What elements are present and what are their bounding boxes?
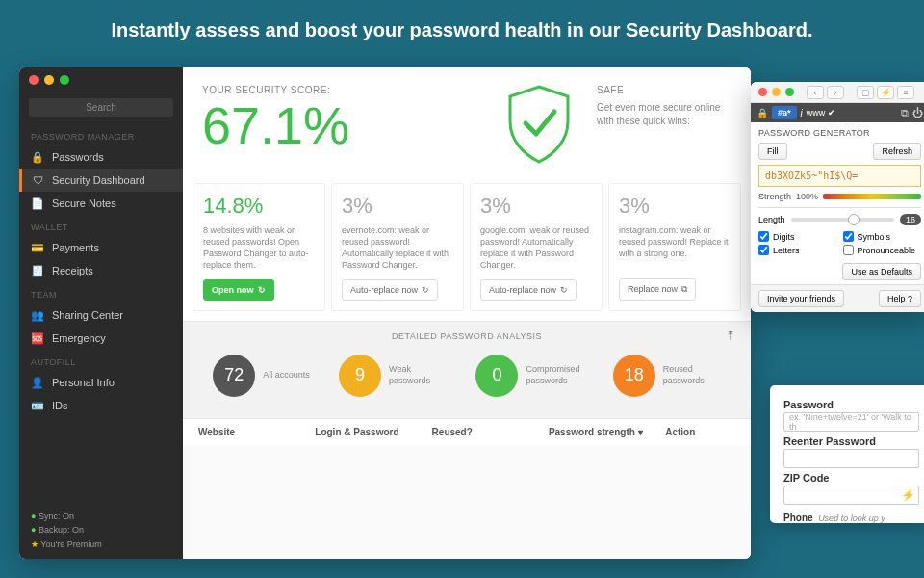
tab-generator[interactable]: #a* <box>772 106 797 119</box>
label-phone: Phone <box>783 512 813 523</box>
generator-window: ‹ › ▢ ⚡ ≡ 🔒 #a* i www ✔ ⧉ ⏻ PASSWORD GEN… <box>751 82 924 312</box>
analysis-panel: DETAILED PASSWORD ANALYSIS ⤒ 72All accou… <box>183 321 751 418</box>
refresh-button[interactable]: Refresh <box>873 143 921 160</box>
popout-icon[interactable]: ⧉ <box>901 107 909 119</box>
safe-text: Get even more secure online with these q… <box>597 101 732 128</box>
score-label: YOUR SECURITY SCORE: <box>202 85 491 95</box>
sidebar-item-ids[interactable]: 🪪IDs <box>19 394 183 417</box>
sidebar-item-label: Personal Info <box>52 377 115 388</box>
bolt-icon[interactable]: ⚡ <box>877 86 894 99</box>
search-input[interactable]: Search <box>29 98 173 117</box>
col-reused[interactable]: Reused? <box>432 427 549 437</box>
circle-value: 72 <box>213 355 255 397</box>
sidebar-item-label: Passwords <box>52 151 104 163</box>
id-icon: 🪪 <box>31 399 44 412</box>
safe-label: SAFE <box>597 85 732 95</box>
close-icon[interactable] <box>29 75 38 85</box>
shield-icon: 🛡 <box>31 173 44 187</box>
tab-info[interactable]: i <box>801 108 803 118</box>
zoom-icon[interactable] <box>60 75 69 85</box>
menu-icon[interactable]: ≡ <box>897 86 914 99</box>
zoom-icon[interactable] <box>785 88 794 96</box>
quick-win-cards: 14.8% 8 websites with weak or reused pas… <box>183 177 751 321</box>
section-header: WALLET <box>19 215 183 236</box>
open-now-button[interactable]: Open now <box>203 279 274 301</box>
circle-weak[interactable]: 9Weak passwords <box>339 355 447 397</box>
circle-compromised[interactable]: 0Compromised passwords <box>475 355 583 397</box>
length-slider[interactable] <box>791 218 894 222</box>
opt-digits[interactable]: Digits <box>758 231 837 242</box>
minimize-icon[interactable] <box>772 88 781 96</box>
minimize-icon[interactable] <box>44 75 54 85</box>
circle-reused[interactable]: 18Reused passwords <box>613 355 721 397</box>
sidebar-item-label: Payments <box>52 242 99 253</box>
score-row: YOUR SECURITY SCORE: 67.1% SAFE Get even… <box>183 67 751 177</box>
window-traffic-lights[interactable] <box>29 75 69 85</box>
opt-letters[interactable]: Letters <box>758 245 837 255</box>
status-premium: You're Premium <box>40 539 101 549</box>
generator-body: PASSWORD GENERATOR Fill Refresh db3XOZk5… <box>751 122 924 284</box>
help-icon: ? <box>908 294 912 303</box>
circle-all-accounts[interactable]: 72All accounts <box>213 355 310 397</box>
label-reenter: Reenter Password <box>783 435 919 447</box>
sidebar-item-payments[interactable]: 💳Payments <box>19 236 183 259</box>
auto-replace-button[interactable]: Auto-replace now <box>480 279 577 301</box>
label-password: Password <box>783 399 919 410</box>
back-icon[interactable]: ‹ <box>807 86 824 99</box>
opt-symbols[interactable]: Symbols <box>843 231 922 242</box>
card-percent: 14.8% <box>203 194 315 219</box>
app-window: Search PASSWORD MANAGER 🔒Passwords 🛡Secu… <box>19 67 751 559</box>
input-reenter[interactable] <box>783 449 919 468</box>
sidebar-item-secure-notes[interactable]: 📄Secure Notes <box>19 192 183 215</box>
sidebar-item-sharing[interactable]: 👥Sharing Center <box>19 303 183 327</box>
col-website[interactable]: Website <box>198 427 315 437</box>
sidebar-item-passwords[interactable]: 🔒Passwords <box>19 145 183 169</box>
emergency-icon: 🆘 <box>31 331 44 345</box>
sidebar-item-personal-info[interactable]: 👤Personal Info <box>19 371 183 394</box>
person-icon: 👤 <box>31 376 44 389</box>
circle-label: Weak passwords <box>389 364 447 386</box>
receipt-icon: 🧾 <box>31 264 44 277</box>
input-zip[interactable]: ⚡ <box>783 486 919 505</box>
sidebar-item-receipts[interactable]: 🧾Receipts <box>19 259 183 282</box>
refresh-icon <box>560 285 568 295</box>
invite-button[interactable]: Invite your friends <box>758 290 844 307</box>
help-button[interactable]: Help ? <box>879 290 921 307</box>
card-desc: evernote.com: weak or reused password! A… <box>342 224 453 272</box>
panel-icon[interactable]: ▢ <box>857 86 874 99</box>
collapse-icon[interactable]: ⤒ <box>726 329 736 343</box>
card-desc: 8 websites with weak or reused passwords… <box>203 224 315 272</box>
status-panel: ● Sync: On ● Backup: On ★ You're Premium <box>19 502 183 559</box>
input-password[interactable]: ex. 'Nine+twelve=21' or 'Walk to th <box>783 412 919 432</box>
sidebar-item-label: Security Dashboard <box>52 174 145 186</box>
opt-pronounceable[interactable]: Pronounceable <box>843 245 922 255</box>
auto-replace-button[interactable]: Auto-replace now <box>342 279 438 301</box>
tab-www[interactable]: www ✔ <box>807 108 835 118</box>
external-icon <box>681 284 687 295</box>
col-strength[interactable]: Password strength ▾ <box>549 427 665 437</box>
forward-icon[interactable]: › <box>827 86 844 99</box>
col-login[interactable]: Login & Password <box>315 427 431 437</box>
close-icon[interactable] <box>758 88 767 96</box>
generator-tabs: 🔒 #a* i www ✔ ⧉ ⏻ <box>751 103 924 122</box>
card-percent: 3% <box>342 194 453 219</box>
card: 3% instagram.com: weak or reused passwor… <box>608 183 741 311</box>
sidebar-item-security-dashboard[interactable]: 🛡Security Dashboard <box>19 169 183 192</box>
power-icon[interactable]: ⏻ <box>912 107 923 118</box>
section-header: TEAM <box>19 282 183 303</box>
col-action[interactable]: Action <box>665 427 735 437</box>
fill-button[interactable]: Fill <box>758 143 787 160</box>
note-icon: 📄 <box>31 197 44 210</box>
phone-subtext: Used to look up y <box>818 513 886 523</box>
generated-password[interactable]: db3XOZk5~"hI$\Q= <box>758 165 921 187</box>
use-defaults-button[interactable]: Use as Defaults <box>842 263 921 280</box>
main-panel: YOUR SECURITY SCORE: 67.1% SAFE Get even… <box>183 67 751 559</box>
browser-nav: ‹ › <box>807 86 844 99</box>
card-desc: google.com: weak or reused password! Aut… <box>480 224 592 272</box>
replace-button[interactable]: Replace now <box>619 278 696 301</box>
circle-label: Compromised passwords <box>526 364 583 386</box>
sidebar-item-label: Emergency <box>52 332 106 344</box>
sidebar-item-emergency[interactable]: 🆘Emergency <box>19 327 183 350</box>
autofill-icon[interactable]: ⚡ <box>901 488 915 502</box>
circle-label: Reused passwords <box>663 364 721 386</box>
